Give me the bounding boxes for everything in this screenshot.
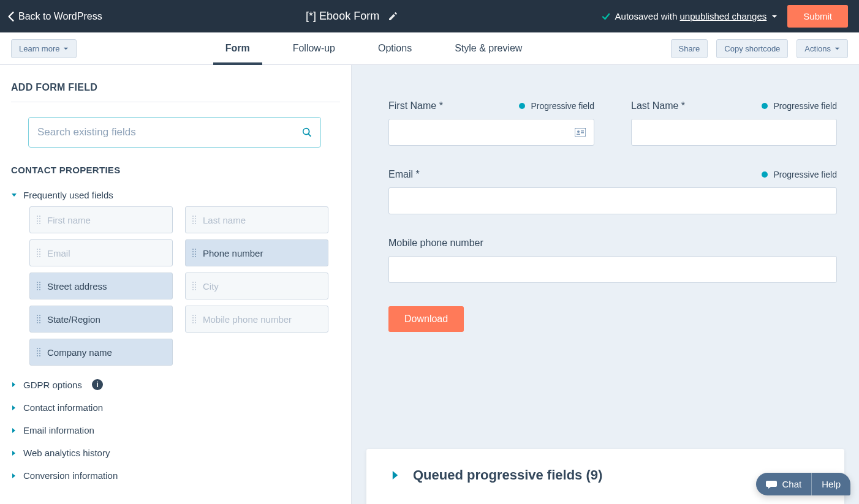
edit-title-icon[interactable] <box>388 12 398 21</box>
field-grid: First name Last name Email Phone number … <box>29 206 340 366</box>
field-mobile-phone[interactable]: Mobile phone number <box>185 306 328 333</box>
chevron-right-icon <box>11 450 17 456</box>
svg-point-27 <box>195 251 196 252</box>
back-to-wordpress-link[interactable]: Back to WordPress <box>7 11 102 22</box>
tab-form[interactable]: Form <box>225 32 250 64</box>
field-city[interactable]: City <box>185 273 328 299</box>
tree-conversion-information[interactable]: Conversion information <box>11 464 340 487</box>
mobile-phone-input[interactable] <box>388 256 837 283</box>
tab-style-preview[interactable]: Style & preview <box>455 32 522 64</box>
tree-frequently-used[interactable]: Frequently used fields <box>11 184 340 206</box>
autosave-link: unpublished changes <box>680 11 767 21</box>
field-email[interactable]: Email <box>29 239 173 266</box>
actions-button[interactable]: Actions <box>797 39 848 58</box>
download-button[interactable]: Download <box>388 306 464 332</box>
field-label: First Name * <box>388 100 443 111</box>
svg-point-25 <box>195 249 196 250</box>
svg-point-55 <box>39 322 40 323</box>
svg-point-20 <box>37 254 38 255</box>
svg-point-56 <box>192 315 194 316</box>
last-name-input[interactable] <box>631 119 837 146</box>
field-first-name[interactable]: First name <box>29 206 173 233</box>
field-label: Company name <box>47 347 112 358</box>
info-icon: i <box>92 379 103 390</box>
tab-options[interactable]: Options <box>378 32 412 64</box>
field-label: State/Region <box>47 314 100 325</box>
svg-point-57 <box>195 315 196 316</box>
svg-point-17 <box>39 249 40 250</box>
svg-point-15 <box>195 223 196 224</box>
chat-button[interactable]: Chat <box>756 473 811 495</box>
drag-handle-icon <box>36 314 41 324</box>
field-label: Street address <box>47 281 107 291</box>
svg-point-52 <box>37 320 38 321</box>
progressive-field-badge: Progressive field <box>762 170 838 179</box>
field-state-region[interactable]: State/Region <box>29 306 173 333</box>
svg-point-18 <box>37 251 38 252</box>
progressive-field-badge: Progressive field <box>762 101 838 111</box>
drag-handle-icon <box>192 314 197 324</box>
learn-more-button[interactable]: Learn more <box>11 39 77 58</box>
svg-point-66 <box>37 350 38 352</box>
progressive-text: Progressive field <box>774 101 838 111</box>
progressive-dot-icon <box>762 171 768 178</box>
field-label: Phone number <box>203 248 263 258</box>
drag-handle-icon <box>192 215 197 225</box>
drag-handle-icon <box>192 248 197 258</box>
svg-point-47 <box>195 289 196 290</box>
svg-point-31 <box>195 256 196 257</box>
svg-point-43 <box>195 284 196 285</box>
field-company-name[interactable]: Company name <box>29 339 173 366</box>
caret-down-icon <box>771 13 778 20</box>
svg-point-32 <box>37 282 38 283</box>
svg-point-3 <box>39 218 40 219</box>
field-phone-number[interactable]: Phone number <box>185 239 328 266</box>
svg-point-4 <box>37 220 38 222</box>
svg-point-13 <box>195 220 196 222</box>
svg-point-65 <box>39 348 40 349</box>
first-name-input[interactable] <box>388 119 594 146</box>
back-label: Back to WordPress <box>18 11 102 22</box>
tree-label: Contact information <box>23 402 103 413</box>
add-form-field-heading: ADD FORM FIELD <box>11 82 340 102</box>
drag-handle-icon <box>36 248 41 258</box>
share-button[interactable]: Share <box>671 39 708 58</box>
progressive-dot-icon <box>762 103 768 109</box>
svg-point-61 <box>195 320 196 321</box>
tree-web-analytics[interactable]: Web analytics history <box>11 442 340 464</box>
email-input[interactable] <box>388 187 837 214</box>
tree-email-information[interactable]: Email information <box>11 419 340 442</box>
submit-button[interactable]: Submit <box>787 5 848 28</box>
tree-contact-information[interactable]: Contact information <box>11 396 340 419</box>
svg-point-30 <box>192 256 194 257</box>
field-street-address[interactable]: Street address <box>29 273 173 299</box>
learn-more-label: Learn more <box>19 44 59 53</box>
field-label: Email <box>47 248 70 258</box>
svg-point-54 <box>37 322 38 323</box>
tree-gdpr-options[interactable]: GDPR options i <box>11 373 340 396</box>
chevron-right-icon <box>391 471 399 480</box>
svg-point-67 <box>39 350 40 352</box>
caret-down-icon <box>63 46 69 51</box>
copy-shortcode-button[interactable]: Copy shortcode <box>716 39 788 58</box>
field-label: Last Name * <box>631 100 685 111</box>
svg-point-39 <box>39 289 40 290</box>
svg-point-6 <box>37 223 38 224</box>
search-icon[interactable] <box>301 127 312 138</box>
help-button[interactable]: Help <box>811 473 850 495</box>
chevron-right-icon <box>11 427 17 434</box>
svg-point-69 <box>39 353 40 354</box>
svg-point-50 <box>37 317 38 318</box>
field-last-name[interactable]: Last name <box>185 206 328 233</box>
field-label: Last name <box>203 215 246 225</box>
form-preview-canvas: First Name * Progressive field Last Name… <box>352 65 859 504</box>
svg-point-19 <box>39 251 40 252</box>
tab-follow-up[interactable]: Follow-up <box>293 32 335 64</box>
search-input[interactable] <box>28 117 321 148</box>
drag-handle-icon <box>36 215 41 225</box>
svg-point-1 <box>39 216 40 217</box>
contact-card-icon <box>575 128 586 137</box>
form-field-mobile: Mobile phone number <box>388 238 837 283</box>
autosave-status[interactable]: Autosaved with unpublished changes <box>602 11 778 21</box>
svg-point-41 <box>195 282 196 283</box>
